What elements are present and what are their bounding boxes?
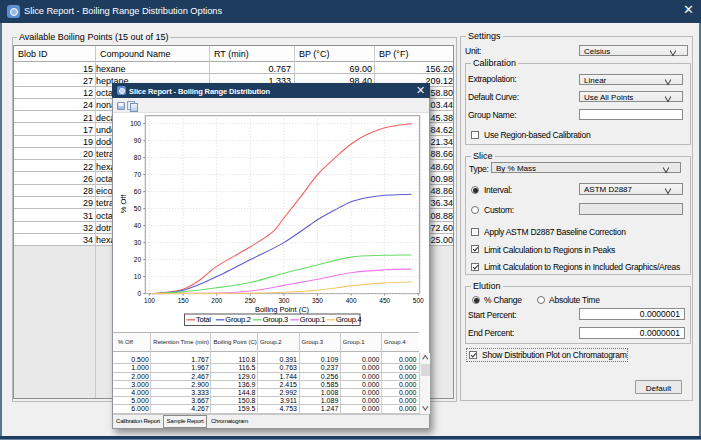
svg-text:80: 80 xyxy=(133,153,141,160)
svg-text:90: 90 xyxy=(133,136,141,143)
svg-text:300: 300 xyxy=(278,296,289,303)
svg-text:500: 500 xyxy=(412,296,423,303)
svg-text:50: 50 xyxy=(133,204,141,211)
svg-text:350: 350 xyxy=(312,296,323,303)
svg-text:70: 70 xyxy=(133,170,141,177)
svg-text:% Off: % Off xyxy=(119,193,128,213)
svg-text:Group.1: Group.1 xyxy=(299,315,324,324)
svg-text:60: 60 xyxy=(133,187,141,194)
svg-text:20: 20 xyxy=(133,255,141,262)
svg-text:40: 40 xyxy=(133,221,141,228)
svg-text:250: 250 xyxy=(244,296,255,303)
svg-text:400: 400 xyxy=(345,296,356,303)
svg-text:Group.4: Group.4 xyxy=(336,315,361,324)
svg-text:10: 10 xyxy=(133,272,141,279)
svg-text:200: 200 xyxy=(211,296,222,303)
svg-text:Group.3: Group.3 xyxy=(262,315,287,324)
svg-text:Total: Total xyxy=(196,315,211,324)
svg-text:0: 0 xyxy=(137,289,141,296)
svg-text:450: 450 xyxy=(379,296,390,303)
svg-text:30: 30 xyxy=(133,238,141,245)
svg-text:Boiling Point (C): Boiling Point (C) xyxy=(254,304,309,313)
svg-text:Group.2: Group.2 xyxy=(225,315,250,324)
svg-text:100: 100 xyxy=(130,119,141,126)
svg-text:100: 100 xyxy=(144,296,155,303)
svg-text:150: 150 xyxy=(177,296,188,303)
